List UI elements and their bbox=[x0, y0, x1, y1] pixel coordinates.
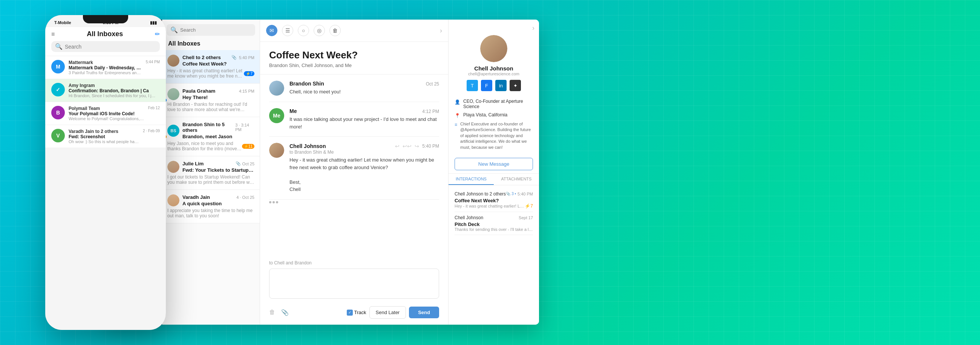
email-meta: Feb 12 bbox=[148, 106, 160, 110]
ci-email-preview: Hey - it was great chatting earlier! Let… bbox=[455, 204, 525, 208]
tab-interactions[interactable]: INTERACTIONS bbox=[449, 174, 494, 185]
message-date: 4:12 PM bbox=[422, 109, 439, 114]
email-content: Polymail Team Your Polymail iOS Invite C… bbox=[68, 106, 144, 121]
ci-email-header: Chell Johnson to 2 others 📎 3 • 5:40 PM bbox=[455, 191, 533, 196]
attachment-icon[interactable]: 📎 bbox=[281, 309, 289, 316]
email-subject: Confirmation: Brandon, Brandon | Ca bbox=[68, 88, 156, 93]
phone-screen: T-Mobile 6:50 PM ▮▮▮ ≡ All Inboxes ✏ 🔍 M bbox=[45, 15, 166, 330]
phone-status-right: ▮▮▮ bbox=[150, 21, 157, 25]
facebook-icon[interactable]: F bbox=[481, 80, 492, 91]
new-message-button[interactable]: New Message bbox=[455, 158, 533, 170]
list-item[interactable]: M Mattermark Mattermark Daily - Wednesda… bbox=[45, 56, 166, 79]
ci-email-header: Chell Johnson Sept 17 bbox=[455, 215, 533, 220]
other-social-icon[interactable]: ✦ bbox=[510, 80, 521, 91]
message-header: Chell Johnson to Brandon Shin & Me ↩ ↩↩ … bbox=[290, 143, 439, 155]
email-content: Varadh Jain to 2 others Fwd: Screenshot … bbox=[68, 129, 139, 144]
send-later-button[interactable]: Send Later bbox=[369, 306, 406, 319]
track-checkbox-row[interactable]: ✓ Track bbox=[347, 310, 366, 316]
reply-icon[interactable]: ↩ bbox=[395, 143, 399, 149]
email-date: 2 · Feb 09 bbox=[143, 129, 160, 133]
email-preview: 3 Painful Truths for Entrepreneurs and f… bbox=[68, 70, 142, 75]
list-item[interactable]: Paula Graham 4:15 PM Hey There! Hi Brand… bbox=[162, 84, 260, 117]
thread-compose-area[interactable] bbox=[269, 269, 439, 299]
list-item[interactable]: ✓ Amy Ingram Confirmation: Brandon, Bran… bbox=[45, 79, 166, 102]
email-subject: Mattermark Daily - Wednesday, February 1… bbox=[68, 65, 142, 70]
bio-icon: ≡ bbox=[455, 122, 457, 127]
send-button[interactable]: Send bbox=[409, 307, 439, 318]
avatar bbox=[167, 194, 180, 206]
twitter-icon[interactable]: T bbox=[467, 80, 478, 91]
message-header: Me 4:12 PM bbox=[290, 108, 439, 114]
list-view-button[interactable]: ☰ bbox=[282, 25, 293, 36]
contact-tabs: INTERACTIONS ATTACHMENTS bbox=[449, 173, 539, 185]
message-content: Chell Johnson to Brandon Shin & Me ↩ ↩↩ … bbox=[290, 143, 439, 193]
expand-dots[interactable] bbox=[269, 199, 439, 205]
phone-mockup: T-Mobile 6:50 PM ▮▮▮ ≡ All Inboxes ✏ 🔍 M bbox=[45, 15, 166, 330]
contact-bio: Chief Executive and co-founder of @Apert… bbox=[460, 121, 533, 150]
message-body: It was nice talking about your new proje… bbox=[290, 116, 439, 130]
next-button[interactable]: › bbox=[440, 27, 442, 35]
delete-icon[interactable]: 🗑 bbox=[269, 309, 275, 316]
list-item[interactable]: Chell Johnson Sept 17 Pitch Deck Thanks … bbox=[455, 212, 533, 235]
hamburger-icon[interactable]: ≡ bbox=[51, 31, 55, 38]
search-input[interactable] bbox=[180, 27, 251, 33]
list-item[interactable]: Chell Johnson to 2 others 📎 3 • 5:40 PM … bbox=[455, 188, 533, 212]
email-avatar-row: Varadh Jain 4 · Oct 25 A quick question bbox=[167, 194, 255, 206]
clock-button[interactable]: ○ bbox=[298, 25, 309, 36]
forward-icon[interactable]: ↪ bbox=[415, 143, 419, 149]
email-preview: Hey Jason, nice to meet you and thanks B… bbox=[167, 141, 242, 151]
list-item[interactable]: B Polymail Team Your Polymail iOS Invite… bbox=[45, 102, 166, 125]
avatar: B bbox=[51, 106, 65, 119]
email-meta-row: Paula Graham 4:15 PM bbox=[183, 88, 255, 94]
search-icon: 🔍 bbox=[170, 26, 178, 33]
list-item[interactable]: V Varadh Jain to 2 others Fwd: Screensho… bbox=[45, 125, 166, 148]
email-preview: Hi Brandon - thanks for reaching out! I'… bbox=[167, 102, 255, 112]
contact-avatar-section: Chell Johnson chell@aperturescience.com … bbox=[449, 32, 539, 96]
phone-search-input[interactable] bbox=[65, 44, 156, 50]
phone-search-bar[interactable]: 🔍 bbox=[51, 41, 160, 52]
thread-message: Me Me 4:12 PM It was nice talking about … bbox=[269, 102, 439, 137]
avatar bbox=[269, 143, 284, 158]
trash-button[interactable]: 🗑 bbox=[329, 25, 341, 36]
circle-button[interactable]: ◎ bbox=[313, 25, 325, 36]
email-list-panel: 🔍 All Inboxes Chell to 2 others 📎 bbox=[162, 20, 260, 324]
sender-name: Brandon Shin bbox=[290, 81, 324, 87]
list-item[interactable]: BS Brandon Shin to 5 others 3 · 3:14 PM … bbox=[162, 117, 260, 156]
email-preview: Hi Brandon, Since I scheduled this for y… bbox=[68, 93, 156, 98]
email-subject: Fwd: Screenshot bbox=[68, 134, 139, 139]
phone-search-icon: 🔍 bbox=[55, 43, 62, 50]
contact-location: Playa Vista, California bbox=[463, 112, 508, 117]
list-item[interactable]: Chell to 2 others 📎 5:40 PM Coffee Next … bbox=[162, 50, 260, 84]
phone-notch bbox=[83, 15, 128, 23]
list-item[interactable]: Julie Lim 📎 Oct 25 Fwd: Your Tickets to … bbox=[162, 156, 260, 190]
email-list-header: All Inboxes bbox=[162, 39, 260, 50]
email-meta-row: Chell to 2 others 📎 5:40 PM bbox=[183, 55, 255, 60]
inbox-view-button[interactable]: ✉ bbox=[266, 25, 277, 36]
email-meta: 5:44 PM bbox=[146, 60, 160, 64]
email-sender: Mattermark bbox=[68, 60, 142, 65]
email-meta-row: Brandon Shin to 5 others 3 · 3:14 PM bbox=[183, 122, 255, 133]
list-item[interactable]: Varadh Jain 4 · Oct 25 A quick question … bbox=[162, 190, 260, 223]
reply-all-icon[interactable]: ↩↩ bbox=[402, 143, 412, 149]
phone-battery-icon: ▮▮▮ bbox=[150, 21, 157, 25]
contact-info: 👤 CEO, Co-Founder at Aperture Science 📍 … bbox=[449, 96, 539, 156]
email-sender: Varadh Jain bbox=[183, 194, 210, 200]
email-list-items: Chell to 2 others 📎 5:40 PM Coffee Next … bbox=[162, 50, 260, 324]
phone-header-row: ≡ All Inboxes ✏ bbox=[51, 30, 160, 38]
email-thread-panel: ✉ ☰ ○ ◎ 🗑 › Coffee Next Week? Brandon Sh… bbox=[260, 20, 449, 324]
avatar: BS bbox=[167, 125, 180, 137]
email-meta-row: Julie Lim 📎 Oct 25 bbox=[183, 161, 255, 166]
email-date: 5:44 PM bbox=[146, 60, 160, 64]
track-checkbox[interactable]: ✓ bbox=[347, 310, 353, 316]
linkedin-icon[interactable]: in bbox=[495, 80, 507, 91]
email-time: 3 · 3:14 PM bbox=[235, 123, 255, 132]
contact-avatar bbox=[480, 35, 508, 62]
phone-compose-icon[interactable]: ✏ bbox=[155, 30, 160, 38]
sender-name: Chell Johnson bbox=[290, 143, 326, 149]
lightning-badge: ⚡7 bbox=[525, 203, 533, 209]
search-box[interactable]: 🔍 bbox=[167, 24, 255, 36]
tab-attachments[interactable]: ATTACHMENTS bbox=[494, 174, 539, 185]
contact-email: chell@aperturescience.com bbox=[468, 71, 519, 76]
attachment-icon: 📎 bbox=[231, 55, 237, 60]
expand-contact-button[interactable]: › bbox=[532, 24, 535, 32]
